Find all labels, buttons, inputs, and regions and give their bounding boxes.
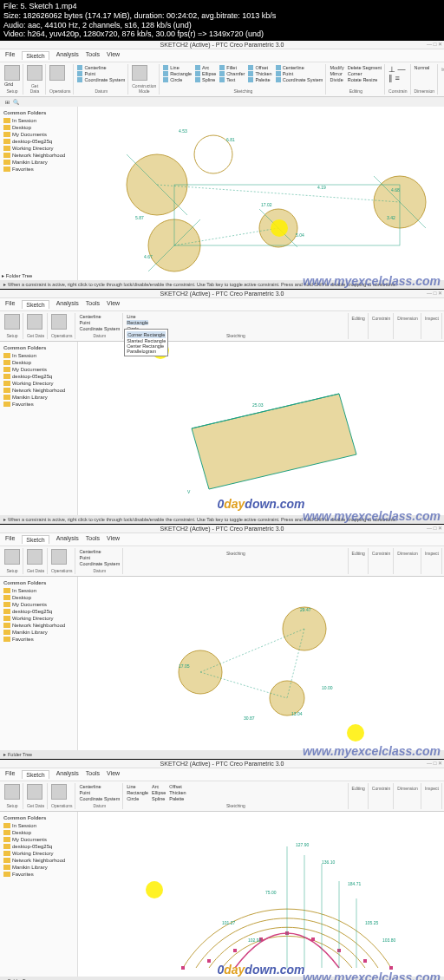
svg-text:3.42: 3.42 — [387, 215, 395, 220]
filesys-icon[interactable] — [27, 65, 42, 81]
svg-text:4.67: 4.67 — [144, 254, 153, 259]
point-icon[interactable] — [77, 71, 82, 76]
tab-view[interactable]: View — [107, 51, 120, 60]
tab-sketch[interactable]: Sketch — [22, 51, 49, 60]
folder-icon — [3, 139, 10, 144]
svg-text:127.90: 127.90 — [296, 842, 310, 847]
audio-line: Audio: aac, 44100 Hz, 2 channels, s16, 1… — [3, 21, 441, 30]
sidebar: Common Folders In Session Desktop My Doc… — [0, 107, 78, 280]
construction-icon[interactable] — [132, 65, 147, 81]
sidebar-header: Common Folders — [2, 108, 75, 117]
watermark-center: 0daydown.com — [217, 963, 304, 977]
svg-text:4.53: 4.53 — [179, 128, 187, 134]
screenshot-4: SKETCH2 (Active) - PTC Creo Parametric 3… — [0, 760, 444, 980]
arc-icon[interactable] — [195, 65, 200, 70]
select-icon[interactable] — [49, 65, 65, 81]
svg-text:17.02: 17.02 — [261, 202, 272, 207]
screenshot-1: SKETCH2 (Active) - PTC Creo Parametric 3… — [0, 41, 444, 289]
slanted-rect[interactable] — [192, 394, 356, 489]
window-controls[interactable]: — □ ✕ — [427, 525, 442, 531]
ribbon: Grid Setup Get Data Operations Centerlin… — [0, 62, 444, 97]
svg-text:4.19: 4.19 — [317, 185, 326, 190]
ribbon-group-getdata: Get Data — [24, 64, 46, 95]
window-title-bar: SKETCH2 (Active) - PTC Creo Parametric 3… — [0, 290, 444, 298]
sketching-title: Sketching — [163, 88, 323, 94]
fillet-icon[interactable] — [219, 65, 225, 70]
svg-text:184.71: 184.71 — [348, 881, 362, 886]
svg-rect-32 — [233, 949, 237, 952]
csys-icon[interactable] — [77, 77, 82, 82]
svg-text:4.68: 4.68 — [391, 187, 400, 193]
line-icon[interactable] — [163, 65, 168, 70]
spline-icon[interactable] — [195, 77, 200, 82]
folder-icon — [3, 132, 10, 137]
window-controls[interactable]: — □ ✕ — [427, 290, 442, 296]
rectangle-icon[interactable] — [163, 71, 168, 76]
grid-icon[interactable] — [4, 65, 20, 81]
svg-text:101.27: 101.27 — [222, 920, 236, 925]
svg-text:102.92: 102.92 — [248, 938, 262, 943]
window-controls[interactable]: — □ ✕ — [427, 760, 442, 766]
setup-title: Setup — [4, 88, 20, 94]
sidebar-item-docs[interactable]: My Documents — [2, 131, 75, 138]
sk-centerline-icon[interactable] — [276, 65, 281, 70]
dropdown-item[interactable]: Corner Rectangle — [127, 331, 166, 338]
sidebar-item-working[interactable]: Working Directory — [2, 145, 75, 152]
thicken-icon[interactable] — [248, 71, 253, 76]
svg-text:5.87: 5.87 — [135, 215, 144, 220]
offset-icon[interactable] — [248, 65, 253, 70]
sidebar-item-session[interactable]: In Session — [2, 117, 75, 124]
screenshot-3: SKETCH2 (Active) - PTC Creo Parametric 3… — [0, 525, 444, 759]
sketch-canvas-4[interactable]: 127.90 136.10 75.00 184.71 105.25 101.27… — [78, 812, 444, 977]
folder-icon — [3, 118, 10, 123]
tool-icon[interactable]: 🔍 — [13, 99, 19, 105]
window-controls[interactable]: — □ ✕ — [427, 41, 442, 47]
centerline-icon[interactable] — [77, 65, 82, 70]
screenshot-2: SKETCH2 (Active) - PTC Creo Parametric 3… — [0, 290, 444, 524]
svg-rect-30 — [181, 966, 185, 970]
svg-rect-35 — [311, 938, 315, 941]
folder-icon — [3, 146, 10, 151]
sketch-canvas-1[interactable]: 4.53 6.81 17.02 4.19 4.68 3.42 5.87 4.67… — [78, 107, 444, 280]
sk-csys-icon[interactable] — [276, 77, 281, 82]
window-title-bar: SKETCH2 (Active) - PTC Creo Parametric 3… — [0, 41, 444, 49]
sidebar-item-desktop[interactable]: Desktop — [2, 124, 75, 131]
text-icon[interactable] — [219, 77, 225, 82]
ribbon-group-editing: Modify Mirror Divide Delete Segment Corn… — [327, 64, 385, 95]
menu-bar: File Sketch Analysis Tools View — [0, 49, 444, 62]
chamfer-icon[interactable] — [219, 71, 225, 76]
ellipse-icon[interactable] — [195, 71, 200, 76]
circle-icon[interactable] — [163, 77, 168, 82]
folder-icon — [3, 160, 10, 165]
tool-icon[interactable]: ⊞ — [5, 99, 10, 105]
sketch-canvas-2[interactable]: 25.03 V 0daydown.com — [78, 342, 444, 515]
sidebar-item-host[interactable]: desktop-05eg25q — [2, 138, 75, 145]
window-title-bar: SKETCH2 (Active) - PTC Creo Parametric 3… — [0, 525, 444, 533]
ribbon: Setup Get Data Operations Centerline Poi… — [0, 311, 444, 342]
menu-file[interactable]: File — [5, 51, 15, 60]
svg-rect-38 — [389, 966, 393, 970]
video-line: Video: h264, yuv420p, 1280x720, 876 kb/s… — [3, 29, 441, 39]
svg-text:136.10: 136.10 — [322, 859, 336, 865]
sk-point-icon[interactable] — [276, 71, 281, 76]
sketch-canvas-3[interactable]: 17.05 29.47 13.04 30.87 10.00 — [78, 577, 444, 750]
svg-text:25.03: 25.03 — [252, 402, 264, 408]
sidebar-item-manikin[interactable]: Manikin Library — [2, 159, 75, 166]
ribbon-group-inspect: Inspect — [439, 64, 444, 95]
svg-text:29.47: 29.47 — [300, 607, 311, 612]
dropdown-item[interactable]: Parallelogram — [127, 349, 166, 354]
file-line: File: 5. Sketch 1.mp4 — [3, 2, 441, 11]
size-line: Size: 182626062 bytes (174.17 MiB), dura… — [3, 11, 441, 21]
svg-rect-31 — [207, 959, 211, 963]
sidebar-item-network[interactable]: Network Neighborhood — [2, 152, 75, 159]
tab-tools[interactable]: Tools — [86, 51, 100, 60]
tab-analysis[interactable]: Analysis — [56, 51, 79, 60]
sidebar-item-fav[interactable]: Favorites — [2, 166, 75, 173]
ribbon-group-datum: Centerline Point Coordinate System Datum — [75, 64, 128, 95]
svg-text:5.04: 5.04 — [296, 232, 304, 238]
palette-icon[interactable] — [248, 77, 253, 82]
svg-text:6.81: 6.81 — [226, 137, 235, 142]
datum-title: Datum — [77, 88, 125, 94]
folder-icon — [3, 167, 10, 172]
ribbon-group-setup: Grid Setup — [2, 64, 23, 95]
